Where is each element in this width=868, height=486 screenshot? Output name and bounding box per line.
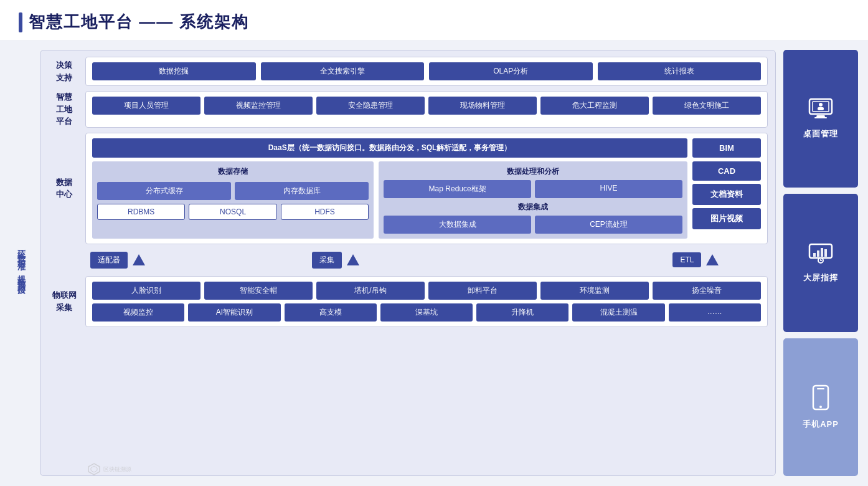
data-content: DaaS层（统一数据访问接口。数据路由分发，SQL解析适配，事务管理） BIM … — [85, 133, 768, 244]
iot-content: 人脸识别 智能安全帽 塔机/吊钩 卸料平台 环境监测 扬尘噪音 视频监控 AI智… — [85, 276, 768, 327]
title-accent-icon — [19, 12, 22, 32]
adaptor-group3: ETL — [672, 252, 719, 267]
chip-etl: ETL — [672, 252, 701, 267]
decision-layer-row: 决策支持 数据挖掘 全文搜索引擎 OLAP分析 统计报表 — [48, 57, 768, 86]
smart-content: 项目人员管理 视频监控管理 安全隐患管理 现场物料管理 危大工程监测 绿色文明施… — [85, 91, 768, 128]
svg-point-16 — [819, 406, 822, 408]
chip-video-monitor: 视频监控管理 — [204, 97, 313, 115]
chip-hdfs: HDFS — [281, 204, 369, 220]
chip-bim: BIM — [692, 138, 761, 158]
chip-stats-report: 统计报表 — [598, 62, 762, 80]
decision-items: 数据挖掘 全文搜索引擎 OLAP分析 统计报表 — [92, 62, 761, 80]
chip-docs: 文档资料 — [692, 184, 761, 205]
daas-bar: DaaS层（统一数据访问接口。数据路由分发，SQL解析适配，事务管理） — [92, 138, 687, 158]
chip-mapreduce: Map Reduce框架 — [384, 180, 531, 198]
adaptor-group2: 采集 — [312, 252, 359, 269]
chip-bigdata-integ: 大数据集成 — [384, 216, 531, 234]
storage-row2: RDBMS NOSQL HDFS — [97, 204, 369, 220]
chip-ellipsis: …… — [669, 303, 761, 322]
chip-adaptor: 适配器 — [90, 252, 128, 269]
process-row2: 大数据集成 CEP流处理 — [384, 216, 682, 234]
svg-rect-3 — [814, 117, 827, 118]
chip-images-video: 图片视频 — [692, 208, 761, 229]
watermark: 区块链溯源 — [87, 462, 131, 476]
chip-inmem-db: 内存数据库 — [235, 182, 369, 200]
process-title2: 数据集成 — [384, 202, 682, 212]
arrow-up-1 — [133, 254, 145, 265]
right-panel-desktop[interactable]: 桌面管理 — [783, 50, 858, 188]
right-panel-mobile-label: 手机APP — [803, 419, 839, 430]
left-label-container: 统一数据标准、规范数据接口 — [10, 50, 32, 476]
data-process: 数据处理和分析 Map Reduce框架 HIVE 数据集成 大数据集成 — [379, 161, 687, 239]
svg-rect-8 — [817, 250, 819, 257]
data-layer-row: 数据中心 DaaS层（统一数据访问接口。数据路由分发，SQL解析适配，事务管理）… — [48, 133, 768, 244]
svg-rect-9 — [821, 248, 823, 257]
right-panel-mobile[interactable]: 手机APP — [783, 338, 858, 476]
chip-deep-pit: 深基坑 — [380, 303, 473, 322]
iot-row1: 人脸识别 智能安全帽 塔机/吊钩 卸料平台 环境监测 扬尘噪音 — [92, 282, 761, 300]
storage-row1: 分布式缓存 内存数据库 — [97, 182, 369, 200]
chip-video-surveillance: 视频监控 — [92, 303, 184, 322]
title-bar: 智慧工地平台 —— 系统架构 — [19, 11, 249, 33]
svg-marker-18 — [91, 466, 97, 472]
chip-project-people: 项目人员管理 — [92, 97, 200, 115]
right-panel-bigscreen-label: 大屏指挥 — [803, 272, 838, 284]
svg-rect-5 — [818, 107, 824, 110]
page-title: 智慧工地平台 —— 系统架构 — [29, 11, 249, 33]
chip-olap: OLAP分析 — [429, 62, 593, 80]
iot-row2: 视频监控 AI智能识别 高支模 深基坑 升降机 混凝土测温 …… — [92, 303, 761, 322]
chip-high-support: 高支模 — [285, 303, 377, 322]
decision-label: 决策支持 — [48, 57, 80, 86]
decision-content: 数据挖掘 全文搜索引擎 OLAP分析 统计报表 — [85, 57, 768, 86]
mobile-icon — [812, 384, 829, 414]
right-panels: 桌面管理 大屏指挥 — [783, 50, 858, 476]
right-panel-desktop-label: 桌面管理 — [803, 128, 838, 140]
chip-concrete-temp: 混凝土测温 — [572, 303, 664, 322]
chip-green-civil: 绿色文明施工 — [653, 97, 761, 115]
process-title1: 数据处理和分析 — [384, 166, 682, 177]
adaptor-group1: 适配器 — [90, 252, 145, 269]
chip-dust-noise: 扬尘噪音 — [653, 282, 761, 300]
chip-cad: CAD — [692, 161, 761, 181]
bigscreen-icon — [808, 242, 833, 267]
adaptor-row: 适配器 采集 ETL — [48, 249, 768, 271]
iot-layer-row: 物联网采集 人脸识别 智能安全帽 塔机/吊钩 卸料平台 环境监测 扬尘噪音 视频… — [48, 276, 768, 327]
iot-label: 物联网采集 — [48, 276, 80, 327]
bim-col: BIM — [692, 138, 761, 158]
chip-material-mgmt: 现场物料管理 — [428, 97, 537, 115]
chip-ai-recognition: AI智能识别 — [188, 303, 280, 322]
chip-smart-helmet: 智能安全帽 — [204, 282, 313, 300]
chip-unload-platform: 卸料平台 — [428, 282, 537, 300]
chip-dist-cache: 分布式缓存 — [97, 182, 231, 200]
svg-rect-2 — [816, 115, 825, 117]
desktop-icon — [808, 98, 833, 123]
page-header: 智慧工地平台 —— 系统架构 — [0, 0, 868, 41]
data-main-row: 数据存储 分布式缓存 内存数据库 RDBMS NOSQL HDFS — [92, 161, 761, 239]
chip-nosql: NOSQL — [189, 204, 276, 220]
chip-data-mining: 数据挖掘 — [92, 62, 256, 80]
arrow-up-3 — [706, 254, 719, 265]
chip-face-id: 人脸识别 — [92, 282, 200, 300]
process-row1: Map Reduce框架 HIVE — [384, 180, 682, 198]
chip-fulltext-search: 全文搜索引擎 — [261, 62, 425, 80]
chip-hive: HIVE — [535, 180, 682, 198]
chip-big-project: 危大工程监测 — [540, 97, 649, 115]
process-section2: 数据集成 大数据集成 CEP流处理 — [384, 202, 682, 234]
smart-layer-row: 智慧工地平台 项目人员管理 视频监控管理 安全隐患管理 现场物料管理 危大工程监… — [48, 91, 768, 128]
chip-safety-hazard: 安全隐患管理 — [316, 97, 425, 115]
data-label: 数据中心 — [48, 133, 80, 244]
storage-title: 数据存储 — [97, 166, 369, 177]
chip-collect: 采集 — [312, 252, 342, 269]
architecture-diagram: 决策支持 数据挖掘 全文搜索引擎 OLAP分析 统计报表 智慧工地平台 项目人员… — [40, 50, 776, 476]
main-content: 统一数据标准、规范数据接口 决策支持 数据挖掘 全文搜索引擎 OLAP分析 统计… — [0, 41, 868, 482]
smart-items: 项目人员管理 视频监控管理 安全隐患管理 现场物料管理 危大工程监测 绿色文明施… — [92, 97, 761, 115]
smart-label: 智慧工地平台 — [48, 91, 80, 128]
arrow-up-2 — [347, 254, 359, 265]
data-storage: 数据存储 分布式缓存 内存数据库 RDBMS NOSQL HDFS — [92, 161, 374, 239]
svg-rect-7 — [813, 253, 816, 257]
right-panel-bigscreen[interactable]: 大屏指挥 — [783, 194, 858, 331]
chip-crane: 塔机/吊钩 — [316, 282, 425, 300]
svg-point-4 — [819, 103, 823, 107]
svg-marker-17 — [88, 464, 100, 475]
svg-rect-10 — [824, 249, 827, 257]
